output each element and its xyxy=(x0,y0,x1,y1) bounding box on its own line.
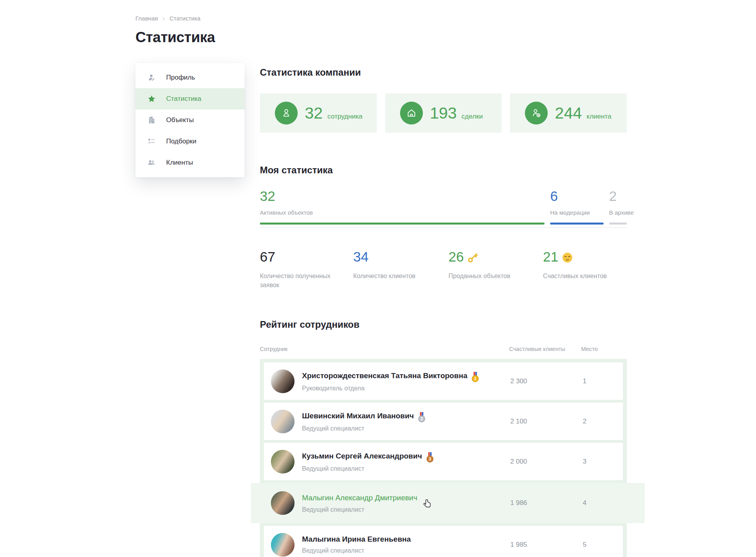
employee-role: Ведущий специалист xyxy=(302,465,434,472)
avatar xyxy=(271,533,295,557)
place-cell: 1 xyxy=(583,377,586,385)
column-place: Место xyxy=(581,346,598,352)
progress-track-line xyxy=(260,227,627,228)
active-objects-stat: 32 Активных объектов xyxy=(260,189,545,225)
place-cell: 4 xyxy=(583,499,586,507)
employee-name[interactable]: Христорождественская Татьяна Викторовна xyxy=(302,371,467,380)
sidebar-item-label: Статистика xyxy=(166,95,201,103)
happy-clients-value: 21 xyxy=(543,250,558,264)
requests-value: 67 xyxy=(260,250,275,264)
employees-card: 32 сотрудника xyxy=(260,93,377,133)
moderation-value: 6 xyxy=(550,189,604,203)
employee-icon xyxy=(275,102,298,124)
rating-table: Христорождественская Татьяна Викторовна … xyxy=(260,359,627,557)
breadcrumb-home[interactable]: Главная xyxy=(135,15,158,22)
sidebar-item-profile[interactable]: Профиль xyxy=(135,67,245,88)
happy-clients-cell: 2 000 xyxy=(510,458,527,466)
place-cell: 5 xyxy=(583,541,586,549)
happy-clients-metric: 21 Счастливых клиентов xyxy=(543,250,627,290)
sidebar-item-label: Объекты xyxy=(166,116,194,124)
sidebar-item-clients[interactable]: Клиенты xyxy=(135,152,245,173)
company-stats-cards: 32 сотрудника 193 сделки 244 xyxy=(260,93,627,133)
place-cell: 2 xyxy=(583,418,586,425)
sidebar-item-label: Подборки xyxy=(166,137,196,145)
sidebar-item-label: Клиенты xyxy=(166,159,193,167)
clients-metric-value: 34 xyxy=(353,250,369,264)
clients-card: 244 клиента xyxy=(510,93,627,133)
sold-objects-label: Проданных объектов xyxy=(448,271,521,280)
deals-count: 193 xyxy=(430,105,457,121)
deals-card: 193 сделки xyxy=(385,93,502,133)
active-objects-bar xyxy=(260,223,545,225)
objects-progress: 32 Активных объектов 6 На модерации 2 В … xyxy=(260,189,627,225)
profile-icon xyxy=(147,73,156,82)
deals-label: сделки xyxy=(461,113,483,121)
table-row[interactable]: Малыгина Ирина Евгеньевна Ведущий специа… xyxy=(264,526,623,557)
breadcrumb: Главная › Статистика xyxy=(135,15,200,22)
happy-clients-cell: 2 300 xyxy=(510,377,527,385)
column-happy-clients: Счастливые клиенты xyxy=(509,346,565,352)
star-icon xyxy=(147,95,156,103)
bronze-medal-icon: 3 xyxy=(426,452,434,463)
active-objects-label: Активных объектов xyxy=(260,209,545,216)
chevron-right-icon: › xyxy=(163,15,165,22)
silver-medal-icon: 2 xyxy=(418,412,426,423)
moderation-bar xyxy=(550,223,604,225)
company-stats-title: Статистика компании xyxy=(260,67,361,78)
avatar xyxy=(271,450,295,473)
avatar xyxy=(271,369,295,393)
employee-role: Ведущий специалист xyxy=(302,547,411,554)
table-row-hovered[interactable]: Малыгин Александр Дмитриевич Ведущий спе… xyxy=(251,483,645,523)
collections-icon xyxy=(147,137,156,146)
cursor-pointer-icon xyxy=(423,499,432,509)
table-row[interactable]: Христорождественская Татьяна Викторовна … xyxy=(264,362,623,400)
employees-label: сотрудника xyxy=(328,113,363,121)
page-title: Статистика xyxy=(135,29,215,46)
archive-label: В архиве xyxy=(609,209,627,216)
employee-role: Ведущий специалист xyxy=(302,425,426,432)
svg-text:2: 2 xyxy=(421,416,423,421)
happy-clients-cell: 1 986 xyxy=(510,499,527,507)
active-objects-value: 32 xyxy=(260,189,545,203)
key-icon xyxy=(467,252,478,263)
employee-name[interactable]: Кузьмин Сергей Александрович xyxy=(302,452,422,460)
breadcrumb-current: Статистика xyxy=(169,15,200,22)
clients-metric: 34 Количество клиентов xyxy=(353,250,448,290)
sidebar-item-statistics[interactable]: Статистика xyxy=(135,88,245,110)
sidebar-item-collections[interactable]: Подборки xyxy=(135,131,245,152)
employee-name[interactable]: Малыгина Ирина Евгеньевна xyxy=(302,535,411,544)
archive-stat: 2 В архиве xyxy=(609,189,627,225)
employee-role: Ведущий специалист xyxy=(302,506,430,513)
svg-text:1: 1 xyxy=(474,376,476,381)
my-stats-title: Моя статистика xyxy=(260,165,333,176)
main-content: Статистика компании 32 сотрудника 193 сд… xyxy=(260,0,627,557)
rating-table-header: Сотрудник Счастливые клиенты Место xyxy=(260,346,627,353)
sold-objects-metric: 26 Проданных объектов xyxy=(448,250,543,290)
my-metrics: 67 Количество полученных заявок 34 Колич… xyxy=(260,250,627,290)
clients-label: клиента xyxy=(587,113,611,121)
happy-clients-cell: 2 100 xyxy=(510,418,527,425)
sold-objects-value: 26 xyxy=(448,250,464,264)
svg-text:3: 3 xyxy=(429,457,431,461)
statistics-page: Главная › Статистика Статистика Профиль … xyxy=(0,0,756,557)
clients-icon xyxy=(147,158,156,167)
employee-name[interactable]: Малыгин Александр Дмитриевич xyxy=(302,494,417,502)
employees-count: 32 xyxy=(305,105,323,121)
avatar xyxy=(271,410,295,433)
archive-bar xyxy=(609,223,627,225)
employee-role: Руководитель отдела xyxy=(302,385,479,392)
employee-name[interactable]: Шевинский Михаил Иванович xyxy=(302,412,414,420)
gold-medal-icon: 1 xyxy=(471,372,479,382)
moderation-label: На модерации xyxy=(550,209,604,216)
house-icon xyxy=(400,102,423,124)
requests-metric: 67 Количество полученных заявок xyxy=(260,250,353,290)
table-row[interactable]: Кузьмин Сергей Александрович 3 Ведущий с… xyxy=(264,443,623,480)
column-employee: Сотрудник xyxy=(260,346,287,352)
table-row[interactable]: Шевинский Михаил Иванович 2 Ведущий спец… xyxy=(264,403,623,440)
happy-clients-cell: 1 985 xyxy=(510,541,527,549)
archive-value: 2 xyxy=(609,189,627,203)
clients-count: 244 xyxy=(555,105,582,121)
moderation-stat: 6 На модерации xyxy=(550,189,604,225)
sidebar-item-objects[interactable]: Объекты xyxy=(135,110,245,131)
building-icon xyxy=(147,116,156,124)
